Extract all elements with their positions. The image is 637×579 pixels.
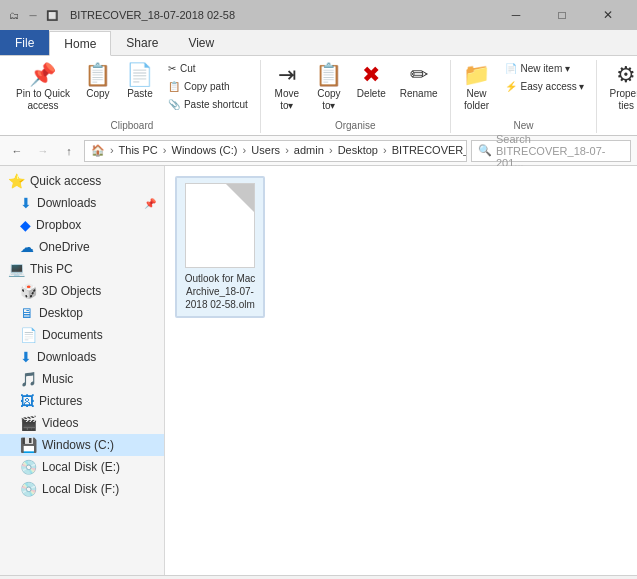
- organise-items: ⇥ Moveto▾ 📋 Copyto▾ ✖ Delete ✏ Rename: [267, 60, 444, 118]
- easy-access-label: Easy access ▾: [521, 81, 585, 92]
- address-path[interactable]: 🏠 › This PC › Windows (C:) › Users › adm…: [84, 140, 467, 162]
- new-items: 📁 Newfolder 📄 New item ▾ ⚡ Easy access ▾: [457, 60, 591, 118]
- quick-access-label: Quick access: [30, 174, 101, 188]
- restore-icon: 🔲: [44, 7, 60, 23]
- title-bar-icons: 🗂 ─ 🔲: [6, 7, 60, 23]
- paste-button[interactable]: 📄 Paste: [120, 60, 160, 104]
- pin-quick-access-button[interactable]: 📌 Pin to Quickaccess: [10, 60, 76, 116]
- sidebar-item-downloads-pinned[interactable]: ⬇ Downloads 📌: [0, 192, 164, 214]
- search-placeholder: Search BITRECOVER_18-07-201...: [496, 133, 624, 169]
- window-title: BITRECOVER_18-07-2018 02-58: [70, 9, 235, 21]
- 3d-objects-label: 3D Objects: [42, 284, 101, 298]
- pin-quick-access-label: Pin to Quickaccess: [16, 88, 70, 112]
- forward-button[interactable]: →: [32, 140, 54, 162]
- new-folder-button[interactable]: 📁 Newfolder: [457, 60, 497, 116]
- windows-c-label: Windows (C:): [42, 438, 114, 452]
- sidebar-item-quick-access[interactable]: ⭐ Quick access: [0, 170, 164, 192]
- paste-label: Paste: [127, 88, 153, 100]
- new-item-label: New item ▾: [521, 63, 570, 74]
- easy-access-button[interactable]: ⚡ Easy access ▾: [499, 78, 591, 95]
- clipboard-label: Clipboard: [10, 118, 254, 133]
- path-text: 🏠 › This PC › Windows (C:) › Users › adm…: [91, 144, 467, 157]
- move-to-label: Moveto▾: [275, 88, 299, 112]
- sidebar-item-windows-c[interactable]: 💾 Windows (C:): [0, 434, 164, 456]
- onedrive-label: OneDrive: [39, 240, 90, 254]
- search-icon: 🔍: [478, 144, 492, 157]
- local-e-icon: 💿: [20, 459, 37, 475]
- copy-button[interactable]: 📋 Copy: [78, 60, 118, 104]
- sidebar-item-local-e[interactable]: 💿 Local Disk (E:): [0, 456, 164, 478]
- tab-file[interactable]: File: [0, 30, 49, 55]
- new-folder-label: Newfolder: [464, 88, 489, 112]
- onedrive-icon: ☁: [20, 239, 34, 255]
- pin-indicator: 📌: [144, 198, 156, 209]
- tab-share[interactable]: Share: [111, 30, 173, 55]
- sidebar-item-videos[interactable]: 🎬 Videos: [0, 412, 164, 434]
- sidebar-item-music[interactable]: 🎵 Music: [0, 368, 164, 390]
- desktop-icon: 🖥: [20, 305, 34, 321]
- title-bar-controls[interactable]: ─ □ ✕: [493, 0, 631, 30]
- cut-button[interactable]: ✂ Cut: [162, 60, 254, 77]
- search-box[interactable]: 🔍 Search BITRECOVER_18-07-201...: [471, 140, 631, 162]
- minimize-button[interactable]: ─: [493, 0, 539, 30]
- pictures-label: Pictures: [39, 394, 82, 408]
- documents-icon: 📄: [20, 327, 37, 343]
- rename-icon: ✏: [410, 64, 428, 86]
- file-item-outlook-archive[interactable]: Outlook for Mac Archive_18-07-2018 02-58…: [175, 176, 265, 318]
- sidebar-item-documents[interactable]: 📄 Documents: [0, 324, 164, 346]
- new-item-button[interactable]: 📄 New item ▾: [499, 60, 591, 77]
- copy-to-button[interactable]: 📋 Copyto▾: [309, 60, 349, 116]
- downloads-pinned-icon: ⬇: [20, 195, 32, 211]
- back-button[interactable]: ←: [6, 140, 28, 162]
- close-button[interactable]: ✕: [585, 0, 631, 30]
- delete-button[interactable]: ✖ Delete: [351, 60, 392, 104]
- new-label: New: [457, 118, 591, 133]
- file-area: Outlook for Mac Archive_18-07-2018 02-58…: [165, 166, 637, 575]
- ribbon-tab-bar: File Home Share View: [0, 30, 637, 56]
- copy-to-icon: 📋: [315, 64, 342, 86]
- videos-label: Videos: [42, 416, 78, 430]
- tab-home[interactable]: Home: [49, 31, 111, 56]
- sidebar-item-pictures[interactable]: 🖼 Pictures: [0, 390, 164, 412]
- new-folder-icon: 📁: [463, 64, 490, 86]
- address-bar: ← → ↑ 🏠 › This PC › Windows (C:) › Users…: [0, 136, 637, 166]
- easy-access-icon: ⚡: [505, 81, 517, 92]
- downloads-icon: ⬇: [20, 349, 32, 365]
- up-button[interactable]: ↑: [58, 140, 80, 162]
- delete-label: Delete: [357, 88, 386, 100]
- tab-view[interactable]: View: [173, 30, 229, 55]
- properties-label: Proper-ties: [609, 88, 637, 112]
- paste-shortcut-button[interactable]: 📎 Paste shortcut: [162, 96, 254, 113]
- sidebar-item-desktop[interactable]: 🖥 Desktop: [0, 302, 164, 324]
- sidebar-item-dropbox[interactable]: ◆ Dropbox: [0, 214, 164, 236]
- properties-items: ⚙ Proper-ties: [603, 60, 637, 129]
- rename-button[interactable]: ✏ Rename: [394, 60, 444, 104]
- clipboard-small-group: ✂ Cut 📋 Copy path 📎 Paste shortcut: [162, 60, 254, 113]
- properties-button[interactable]: ⚙ Proper-ties: [603, 60, 637, 116]
- properties-icon: ⚙: [616, 64, 636, 86]
- sidebar-item-downloads[interactable]: ⬇ Downloads: [0, 346, 164, 368]
- sidebar-item-this-pc[interactable]: 💻 This PC: [0, 258, 164, 280]
- this-pc-icon: 💻: [8, 261, 25, 277]
- this-pc-label: This PC: [30, 262, 73, 276]
- copy-path-icon: 📋: [168, 81, 180, 92]
- sidebar-item-onedrive[interactable]: ☁ OneDrive: [0, 236, 164, 258]
- restore-button[interactable]: □: [539, 0, 585, 30]
- paste-icon: 📄: [126, 64, 153, 86]
- paste-shortcut-icon: 📎: [168, 99, 180, 110]
- status-bar: 1 item: [0, 575, 637, 579]
- ribbon-group-new: 📁 Newfolder 📄 New item ▾ ⚡ Easy access ▾…: [451, 60, 598, 133]
- move-to-button[interactable]: ⇥ Moveto▾: [267, 60, 307, 116]
- dropbox-icon: ◆: [20, 217, 31, 233]
- cut-icon: ✂: [168, 63, 176, 74]
- ribbon-group-clipboard: 📌 Pin to Quickaccess 📋 Copy 📄 Paste ✂ Cu…: [4, 60, 261, 133]
- documents-label: Documents: [42, 328, 103, 342]
- sidebar-item-3d-objects[interactable]: 🎲 3D Objects: [0, 280, 164, 302]
- file-corner-fold: [226, 184, 254, 212]
- move-to-icon: ⇥: [278, 64, 296, 86]
- ribbon-group-properties: ⚙ Proper-ties: [597, 60, 637, 133]
- copy-path-button[interactable]: 📋 Copy path: [162, 78, 254, 95]
- organise-label: Organise: [267, 118, 444, 133]
- clipboard-items: 📌 Pin to Quickaccess 📋 Copy 📄 Paste ✂ Cu…: [10, 60, 254, 118]
- sidebar-item-local-f[interactable]: 💿 Local Disk (F:): [0, 478, 164, 500]
